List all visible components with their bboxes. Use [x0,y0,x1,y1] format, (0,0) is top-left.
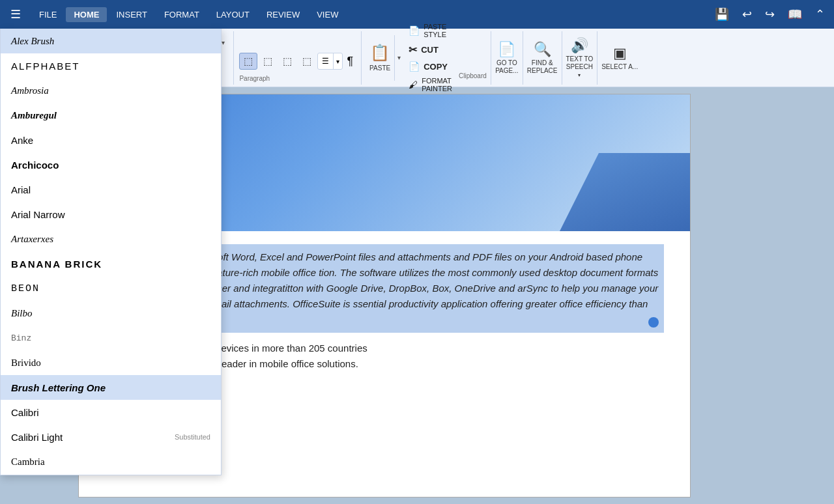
find-replace-btn[interactable]: 🔍 FIND &REPLACE [523,35,562,81]
menu-item-view[interactable]: VIEW [309,7,346,22]
font-list-item[interactable]: Archicoco [1,152,221,177]
font-list-item[interactable]: BANANA BRICK [1,251,221,276]
book-icon[interactable]: 📖 [784,5,806,24]
paste-btn-group: 📋 PASTE ▾ [366,35,403,81]
menu-item-file[interactable]: FILE [31,7,65,22]
menu-item-review[interactable]: REVIEW [259,7,308,22]
hamburger-menu[interactable]: ☰ [5,5,26,24]
font-name-label: Cambria [11,456,45,468]
font-list-item[interactable]: Amburegul [1,103,221,128]
select-all-btn[interactable]: ▣ SELECT A... [597,35,642,81]
font-list-item[interactable]: Binz [1,326,221,350]
paragraph-section-name: Paragraph [239,75,270,82]
font-list-item[interactable]: Anke [1,128,221,152]
font-dropdown: Alex BrushALFPHABETAmbrosiaAmburegulAnke… [0,29,222,475]
font-name-label: Arial [11,184,31,195]
font-list-item[interactable]: Brivido [1,350,221,375]
paste-dropdown[interactable]: ▾ [394,35,403,81]
font-name-label: Calibri Light [11,432,63,443]
menu-item-insert[interactable]: INSERT [108,7,154,22]
font-list-item[interactable]: ALFPHABET [1,53,221,78]
line-spacing-btn[interactable]: ☰ ▾ [317,53,343,70]
font-list-item[interactable]: Brush Lettering One [1,375,221,400]
font-list: Alex BrushALFPHABETAmbrosiaAmburegulAnke… [1,29,221,475]
font-substituted-label: Substituted [175,433,210,441]
paste-style-btn[interactable]: 📄 PASTESTYLE [406,21,455,40]
font-list-item[interactable]: Cambria Math [1,474,221,475]
menu-item-layout[interactable]: LAYOUT [208,7,257,22]
cut-copy-group: 📄 PASTESTYLE ✂ CUT 📄 COPY 🖌 FORMATPAINTE… [403,35,457,81]
font-list-item[interactable]: BEON [1,276,221,301]
undo-icon[interactable]: ↩ [738,5,756,24]
font-name-label: Brivido [11,357,41,369]
font-list-item[interactable]: Calibri LightSubstituted [1,425,221,449]
font-name-label: Bilbo [11,308,33,319]
doc-header-shape [560,153,690,231]
font-list-item[interactable]: Arial Narrow [1,202,221,227]
font-name-label: Archicoco [11,160,59,171]
font-name-label: Artaxerxes [11,234,53,245]
font-list-item[interactable]: Bilbo [1,301,221,326]
go-to-page-btn[interactable]: 📄 GO TOPAGE... [491,35,523,81]
copy-button[interactable]: 📄 COPY [406,60,455,73]
font-name-label: Amburegul [11,110,57,121]
font-name-label: ALFPHABET [11,61,80,72]
go-to-page-section: 📄 GO TOPAGE... [491,31,523,85]
font-name-label: BEON [11,283,40,294]
tts-section: 🔊 TEXT TOSPEECH ▾ [562,31,598,85]
collapse-icon[interactable]: ⌃ [811,5,829,24]
font-name-label: Binz [11,333,31,343]
font-name-label: Alex Brush [11,36,54,47]
font-name-label: Calibri [11,407,39,418]
align-left-btn[interactable]: ⬚ [239,53,257,70]
align-right-btn[interactable]: ⬚ [278,53,296,70]
align-justify-btn[interactable]: ⬚ [298,53,316,70]
clipboard-section-name: Clipboard [459,72,487,82]
font-list-item[interactable]: Calibri [1,400,221,425]
font-list-item[interactable]: Ambrosia [1,78,221,103]
font-size-row1-dummy [239,34,257,51]
format-painter-btn[interactable]: 🖌 FORMATPAINTER [406,76,455,94]
font-list-item[interactable]: Artaxerxes [1,227,221,251]
paste-button[interactable]: 📋 PASTE [366,35,394,81]
font-name-label: Brush Lettering One [11,382,106,393]
font-list-item[interactable]: Alex Brush [1,29,221,53]
text-cursor [648,317,659,328]
menu-item-home[interactable]: HOME [66,7,107,22]
tts-btn[interactable]: 🔊 TEXT TOSPEECH ▾ [562,35,597,81]
align-center-btn[interactable]: ⬚ [259,53,277,70]
font-name-label: BANANA BRICK [11,259,102,270]
font-name-label: Arial Narrow [11,209,65,220]
select-section: ▣ SELECT A... [597,31,642,85]
font-name-label: Ambrosia [11,85,49,96]
font-list-item[interactable]: Arial [1,177,221,202]
font-name-label: Anke [11,135,33,146]
redo-icon[interactable]: ↪ [761,5,779,24]
clipboard-section: 📋 PASTE ▾ 📄 PASTESTYLE ✂ CUT 📄 COPY [362,31,491,85]
paragraph-mark-btn[interactable]: ¶ [344,52,356,71]
save-icon[interactable]: 💾 [711,5,733,24]
paragraph-section: ⬚ ⬚ ⬚ ⬚ ☰ ▾ ¶ Paragraph [234,31,362,85]
font-list-item[interactable]: Cambria [1,449,221,474]
find-replace-section: 🔍 FIND &REPLACE [523,31,562,85]
cut-button[interactable]: ✂ CUT [406,42,455,57]
menu-item-format[interactable]: FORMAT [156,7,207,22]
